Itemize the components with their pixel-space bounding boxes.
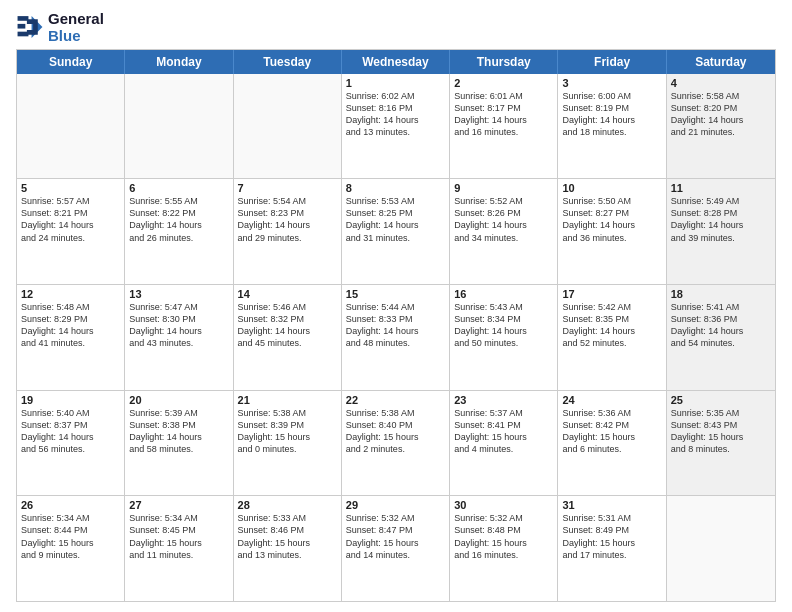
day-number: 31 <box>562 499 661 511</box>
calendar-cell: 21Sunrise: 5:38 AM Sunset: 8:39 PM Dayli… <box>234 391 342 496</box>
day-number: 10 <box>562 182 661 194</box>
calendar-cell: 11Sunrise: 5:49 AM Sunset: 8:28 PM Dayli… <box>667 179 775 284</box>
calendar-cell: 3Sunrise: 6:00 AM Sunset: 8:19 PM Daylig… <box>558 74 666 179</box>
calendar-cell: 29Sunrise: 5:32 AM Sunset: 8:47 PM Dayli… <box>342 496 450 601</box>
cell-detail: Sunrise: 5:48 AM Sunset: 8:29 PM Dayligh… <box>21 301 120 350</box>
calendar-cell <box>17 74 125 179</box>
day-number: 26 <box>21 499 120 511</box>
day-number: 21 <box>238 394 337 406</box>
day-number: 20 <box>129 394 228 406</box>
calendar-cell: 20Sunrise: 5:39 AM Sunset: 8:38 PM Dayli… <box>125 391 233 496</box>
day-number: 2 <box>454 77 553 89</box>
calendar: SundayMondayTuesdayWednesdayThursdayFrid… <box>16 49 776 603</box>
svg-rect-3 <box>18 16 29 21</box>
cell-detail: Sunrise: 5:40 AM Sunset: 8:37 PM Dayligh… <box>21 407 120 456</box>
calendar-cell: 6Sunrise: 5:55 AM Sunset: 8:22 PM Daylig… <box>125 179 233 284</box>
day-number: 27 <box>129 499 228 511</box>
day-number: 15 <box>346 288 445 300</box>
cell-detail: Sunrise: 5:47 AM Sunset: 8:30 PM Dayligh… <box>129 301 228 350</box>
calendar-cell: 28Sunrise: 5:33 AM Sunset: 8:46 PM Dayli… <box>234 496 342 601</box>
day-number: 29 <box>346 499 445 511</box>
cell-detail: Sunrise: 5:50 AM Sunset: 8:27 PM Dayligh… <box>562 195 661 244</box>
cell-detail: Sunrise: 5:35 AM Sunset: 8:43 PM Dayligh… <box>671 407 771 456</box>
day-number: 1 <box>346 77 445 89</box>
day-number: 5 <box>21 182 120 194</box>
day-number: 14 <box>238 288 337 300</box>
day-number: 19 <box>21 394 120 406</box>
day-number: 24 <box>562 394 661 406</box>
cell-detail: Sunrise: 5:41 AM Sunset: 8:36 PM Dayligh… <box>671 301 771 350</box>
cell-detail: Sunrise: 5:42 AM Sunset: 8:35 PM Dayligh… <box>562 301 661 350</box>
cell-detail: Sunrise: 5:37 AM Sunset: 8:41 PM Dayligh… <box>454 407 553 456</box>
calendar-header-cell: Saturday <box>667 50 775 74</box>
cell-detail: Sunrise: 5:58 AM Sunset: 8:20 PM Dayligh… <box>671 90 771 139</box>
cell-detail: Sunrise: 5:32 AM Sunset: 8:47 PM Dayligh… <box>346 512 445 561</box>
calendar-header-cell: Friday <box>558 50 666 74</box>
page: General Blue SundayMondayTuesdayWednesda… <box>0 0 792 612</box>
cell-detail: Sunrise: 5:33 AM Sunset: 8:46 PM Dayligh… <box>238 512 337 561</box>
svg-rect-4 <box>18 24 26 29</box>
day-number: 28 <box>238 499 337 511</box>
cell-detail: Sunrise: 5:46 AM Sunset: 8:32 PM Dayligh… <box>238 301 337 350</box>
logo-text: General Blue <box>48 10 104 45</box>
day-number: 3 <box>562 77 661 89</box>
calendar-cell <box>125 74 233 179</box>
day-number: 12 <box>21 288 120 300</box>
day-number: 17 <box>562 288 661 300</box>
day-number: 11 <box>671 182 771 194</box>
calendar-header-cell: Sunday <box>17 50 125 74</box>
calendar-cell: 18Sunrise: 5:41 AM Sunset: 8:36 PM Dayli… <box>667 285 775 390</box>
calendar-cell: 4Sunrise: 5:58 AM Sunset: 8:20 PM Daylig… <box>667 74 775 179</box>
calendar-cell: 19Sunrise: 5:40 AM Sunset: 8:37 PM Dayli… <box>17 391 125 496</box>
day-number: 18 <box>671 288 771 300</box>
day-number: 6 <box>129 182 228 194</box>
cell-detail: Sunrise: 5:38 AM Sunset: 8:40 PM Dayligh… <box>346 407 445 456</box>
header: General Blue <box>16 10 776 45</box>
calendar-cell: 8Sunrise: 5:53 AM Sunset: 8:25 PM Daylig… <box>342 179 450 284</box>
calendar-cell: 7Sunrise: 5:54 AM Sunset: 8:23 PM Daylig… <box>234 179 342 284</box>
calendar-cell: 23Sunrise: 5:37 AM Sunset: 8:41 PM Dayli… <box>450 391 558 496</box>
logo: General Blue <box>16 10 104 45</box>
cell-detail: Sunrise: 5:49 AM Sunset: 8:28 PM Dayligh… <box>671 195 771 244</box>
calendar-cell: 27Sunrise: 5:34 AM Sunset: 8:45 PM Dayli… <box>125 496 233 601</box>
day-number: 22 <box>346 394 445 406</box>
day-number: 25 <box>671 394 771 406</box>
day-number: 7 <box>238 182 337 194</box>
cell-detail: Sunrise: 5:55 AM Sunset: 8:22 PM Dayligh… <box>129 195 228 244</box>
day-number: 8 <box>346 182 445 194</box>
cell-detail: Sunrise: 5:53 AM Sunset: 8:25 PM Dayligh… <box>346 195 445 244</box>
calendar-cell: 31Sunrise: 5:31 AM Sunset: 8:49 PM Dayli… <box>558 496 666 601</box>
calendar-cell: 2Sunrise: 6:01 AM Sunset: 8:17 PM Daylig… <box>450 74 558 179</box>
calendar-header-row: SundayMondayTuesdayWednesdayThursdayFrid… <box>17 50 775 74</box>
calendar-header-cell: Monday <box>125 50 233 74</box>
calendar-row: 26Sunrise: 5:34 AM Sunset: 8:44 PM Dayli… <box>17 495 775 601</box>
calendar-cell: 14Sunrise: 5:46 AM Sunset: 8:32 PM Dayli… <box>234 285 342 390</box>
cell-detail: Sunrise: 5:32 AM Sunset: 8:48 PM Dayligh… <box>454 512 553 561</box>
calendar-cell: 25Sunrise: 5:35 AM Sunset: 8:43 PM Dayli… <box>667 391 775 496</box>
calendar-header-cell: Thursday <box>450 50 558 74</box>
calendar-cell <box>234 74 342 179</box>
calendar-row: 1Sunrise: 6:02 AM Sunset: 8:16 PM Daylig… <box>17 74 775 179</box>
cell-detail: Sunrise: 6:00 AM Sunset: 8:19 PM Dayligh… <box>562 90 661 139</box>
calendar-header-cell: Tuesday <box>234 50 342 74</box>
day-number: 13 <box>129 288 228 300</box>
cell-detail: Sunrise: 6:01 AM Sunset: 8:17 PM Dayligh… <box>454 90 553 139</box>
calendar-cell: 16Sunrise: 5:43 AM Sunset: 8:34 PM Dayli… <box>450 285 558 390</box>
cell-detail: Sunrise: 5:38 AM Sunset: 8:39 PM Dayligh… <box>238 407 337 456</box>
calendar-cell: 15Sunrise: 5:44 AM Sunset: 8:33 PM Dayli… <box>342 285 450 390</box>
cell-detail: Sunrise: 6:02 AM Sunset: 8:16 PM Dayligh… <box>346 90 445 139</box>
calendar-row: 5Sunrise: 5:57 AM Sunset: 8:21 PM Daylig… <box>17 178 775 284</box>
cell-detail: Sunrise: 5:44 AM Sunset: 8:33 PM Dayligh… <box>346 301 445 350</box>
day-number: 9 <box>454 182 553 194</box>
day-number: 23 <box>454 394 553 406</box>
calendar-cell: 1Sunrise: 6:02 AM Sunset: 8:16 PM Daylig… <box>342 74 450 179</box>
cell-detail: Sunrise: 5:34 AM Sunset: 8:45 PM Dayligh… <box>129 512 228 561</box>
calendar-cell: 22Sunrise: 5:38 AM Sunset: 8:40 PM Dayli… <box>342 391 450 496</box>
day-number: 16 <box>454 288 553 300</box>
calendar-header-cell: Wednesday <box>342 50 450 74</box>
calendar-cell: 17Sunrise: 5:42 AM Sunset: 8:35 PM Dayli… <box>558 285 666 390</box>
calendar-cell: 9Sunrise: 5:52 AM Sunset: 8:26 PM Daylig… <box>450 179 558 284</box>
cell-detail: Sunrise: 5:43 AM Sunset: 8:34 PM Dayligh… <box>454 301 553 350</box>
calendar-cell: 5Sunrise: 5:57 AM Sunset: 8:21 PM Daylig… <box>17 179 125 284</box>
calendar-cell: 24Sunrise: 5:36 AM Sunset: 8:42 PM Dayli… <box>558 391 666 496</box>
